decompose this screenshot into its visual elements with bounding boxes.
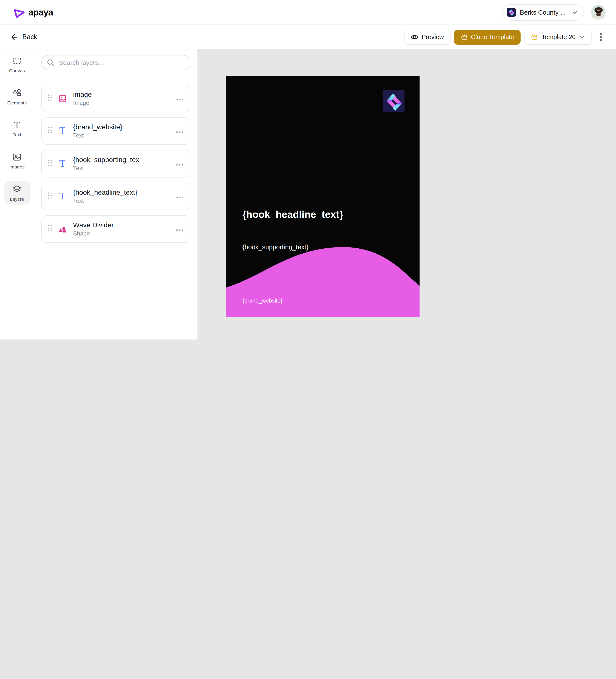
chevron-down-icon <box>571 9 578 16</box>
sidebar-item-images[interactable]: Images <box>4 149 30 172</box>
workspace-name: Berks County ... <box>520 9 566 16</box>
elements-icon <box>12 88 22 98</box>
layer-name: {hook_headline_text} <box>73 188 137 197</box>
ellipsis-icon <box>176 98 184 100</box>
ellipsis-icon <box>176 196 184 198</box>
template-selector[interactable]: Template 20 <box>524 29 592 44</box>
layer-name: Wave Divider <box>73 221 114 229</box>
image-layer-icon <box>57 94 68 103</box>
clone-template-label: Clone Template <box>471 34 514 40</box>
eye-icon <box>410 33 419 41</box>
brand-website-text[interactable]: {brand_website} <box>242 297 283 304</box>
drag-handle-icon[interactable] <box>48 225 52 233</box>
canvas-icon <box>12 56 22 66</box>
crown-icon <box>460 33 468 41</box>
preview-label: Preview <box>422 34 444 40</box>
search-input[interactable] <box>58 59 185 67</box>
layers-search[interactable] <box>41 55 190 70</box>
canvas-area[interactable]: {hook_headline_text} {hook_supporting_te… <box>198 50 616 340</box>
wave-divider-shape[interactable] <box>226 76 420 317</box>
back-label: Back <box>22 33 37 41</box>
layer-menu-button[interactable] <box>175 159 184 169</box>
search-icon <box>47 59 54 66</box>
layer-type: Text <box>73 165 139 172</box>
layer-type: Image <box>73 99 92 106</box>
drag-handle-icon[interactable] <box>48 94 52 103</box>
layer-menu-button[interactable] <box>175 94 184 103</box>
layer-name: image <box>73 90 92 99</box>
sidebar-item-text[interactable]: T Text <box>4 117 30 140</box>
back-button[interactable]: Back <box>9 31 38 43</box>
layer-menu-button[interactable] <box>175 191 184 201</box>
kebab-icon <box>600 33 602 41</box>
layer-list: image Image T <box>34 80 197 247</box>
layer-card-hook-headline-text[interactable]: T {hook_headline_text} Text <box>41 183 190 210</box>
brand-name: apaya <box>28 7 53 18</box>
layer-card-image[interactable]: image Image <box>41 85 190 112</box>
sidebar-item-layers[interactable]: Layers <box>4 181 30 204</box>
layer-name: {brand_website} <box>73 123 123 131</box>
drag-handle-icon[interactable] <box>48 127 52 135</box>
arrow-left-icon <box>10 33 18 41</box>
layer-type: Shape <box>73 230 114 237</box>
drag-handle-icon[interactable] <box>48 192 52 201</box>
chevron-down-icon <box>579 34 585 40</box>
text-layer-icon: T <box>57 126 68 136</box>
layer-type: Text <box>73 132 123 139</box>
text-layer-icon: T <box>57 159 68 168</box>
workspace-selector[interactable]: Berks County ... <box>502 4 584 21</box>
brand-logo: apaya <box>13 6 53 18</box>
ellipsis-icon <box>176 163 184 166</box>
layers-icon <box>12 184 22 194</box>
clone-template-button[interactable]: Clone Template <box>454 29 521 44</box>
layers-panel: image Image T <box>34 50 198 340</box>
apaya-logo-icon <box>13 6 25 18</box>
images-icon <box>12 152 22 162</box>
app-window: apaya Berks County ... Back <box>0 0 616 340</box>
drag-handle-icon[interactable] <box>48 159 52 168</box>
user-avatar[interactable] <box>591 5 606 20</box>
layer-menu-button[interactable] <box>175 126 184 136</box>
sidebar-item-canvas[interactable]: Canvas <box>4 53 30 76</box>
shape-layer-icon <box>57 225 68 233</box>
layer-card-wave-divider[interactable]: Wave Divider Shape <box>41 215 190 243</box>
ellipsis-icon <box>176 131 184 133</box>
crown-icon-gold <box>530 33 538 41</box>
sidebar-item-elements[interactable]: Elements <box>4 85 30 108</box>
tool-sidebar: Canvas Elements T Text Images <box>0 50 34 340</box>
template-name: Template 20 <box>542 34 576 40</box>
top-header: apaya Berks County ... <box>0 0 616 25</box>
more-options-button[interactable] <box>595 29 607 44</box>
layer-card-hook-supporting-text[interactable]: T {hook_supporting_tex Text <box>41 150 190 177</box>
text-icon: T <box>14 120 20 130</box>
layer-menu-button[interactable] <box>175 224 184 234</box>
layer-name: {hook_supporting_tex <box>73 156 139 164</box>
editor-toolbar: Back Preview Clone Template Template 20 <box>0 25 616 50</box>
text-layer-icon: T <box>57 192 68 201</box>
preview-button[interactable]: Preview <box>404 29 450 44</box>
template-artboard[interactable]: {hook_headline_text} {hook_supporting_te… <box>226 76 420 317</box>
layer-card-brand-website[interactable]: T {brand_website} Text <box>41 117 190 145</box>
ellipsis-icon <box>176 229 184 231</box>
layer-type: Text <box>73 197 137 204</box>
workspace-logo-icon <box>507 8 516 17</box>
